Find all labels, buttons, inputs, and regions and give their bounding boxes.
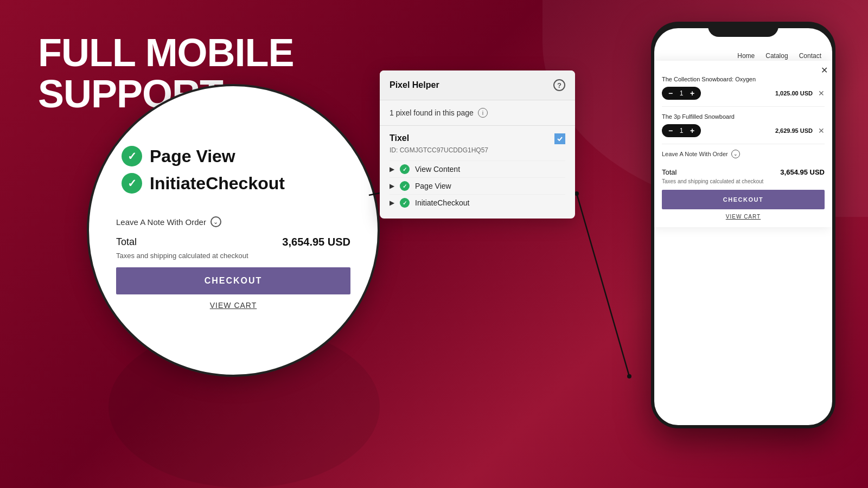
title-line1: FULL MOBILE [38, 33, 294, 74]
pixel-helper-popup: Pixel Helper ? 1 pixel found in this pag… [380, 70, 575, 219]
qty-control-1[interactable]: − 1 + [662, 87, 701, 100]
qty-plus-1[interactable]: + [688, 89, 697, 98]
cart-product-row-1: − 1 + 1,025.00 USD ✕ [662, 87, 825, 100]
phone-view-cart-link[interactable]: VIEW CART [662, 214, 825, 220]
pixel-helper-title: Pixel Helper [390, 80, 439, 90]
phone-checkout-button[interactable]: CHECKOUT [662, 190, 825, 209]
magnified-circle: Page View InitiateCheckout Leave A Note … [87, 84, 380, 377]
event-name-vc: View Content [415, 165, 460, 174]
phone-notch [708, 22, 778, 37]
phone-chevron-icon[interactable]: ⌄ [731, 150, 740, 158]
phone-total-label: Total [662, 168, 676, 176]
phone-nav-contact[interactable]: Contact [799, 52, 821, 60]
note-row-circle: Leave A Note With Order ⌄ [116, 216, 350, 227]
check-badge-pv [400, 181, 410, 191]
check-icon-pageview [122, 146, 142, 166]
view-cart-link-circle[interactable]: VIEW CART [116, 301, 350, 310]
total-label-circle: Total [116, 236, 137, 248]
event-name-ic: InitiateCheckout [415, 198, 469, 207]
phone-tax-note: Taxes and shipping calculated at checkou… [662, 178, 825, 184]
pixel-found-text: 1 pixel found in this page [390, 108, 474, 117]
svg-point-3 [627, 374, 631, 378]
phone-cart-overlay: ✕ The Collection Snowboard: Oxygen − 1 +… [654, 61, 832, 227]
note-label-circle: Leave A Note With Order [116, 217, 206, 227]
tax-note-circle: Taxes and shipping calculated at checkou… [116, 252, 350, 260]
event-item-initiatecheckout: InitiateCheckout [122, 173, 285, 194]
cart-section-circle: Leave A Note With Order ⌄ Total 3,654.95… [111, 216, 356, 310]
phone-nav-catalog[interactable]: Catalog [765, 52, 788, 60]
event-item-pageview: Page View [122, 146, 285, 166]
qty-minus-2[interactable]: − [666, 126, 675, 135]
info-icon-small[interactable]: i [478, 108, 488, 118]
tixel-id: ID: CGMJGTCC97UCDDG1HQ57 [390, 146, 565, 154]
check-icon-initiatecheckout [122, 173, 142, 194]
total-row-circle: Total 3,654.95 USD [116, 236, 350, 248]
cart-product-remove-1[interactable]: ✕ [818, 89, 825, 98]
cart-product-2: The 3p Fulfilled Snowboard − 1 + 2,629.9… [662, 107, 825, 144]
svg-point-2 [575, 191, 579, 196]
phone-total-amount: 3,654.95 USD [780, 168, 825, 176]
phone-note-row: Leave A Note With Order ⌄ [662, 144, 825, 164]
chevron-icon-circle: ⌄ [210, 216, 221, 227]
check-badge-ic [400, 198, 410, 208]
cart-product-name-1: The Collection Snowboard: Oxygen [662, 76, 825, 82]
svg-line-1 [577, 194, 629, 376]
qty-num-1: 1 [678, 89, 685, 97]
cart-product-row-2: − 1 + 2,629.95 USD ✕ [662, 124, 825, 137]
event-label-initiatecheckout: InitiateCheckout [150, 174, 285, 194]
phone-nav-home[interactable]: Home [737, 52, 755, 60]
event-row-initiatecheckout: ▶ InitiateCheckout [390, 194, 565, 211]
pixel-found-row: 1 pixel found in this page i [380, 100, 575, 126]
qty-control-2[interactable]: − 1 + [662, 124, 701, 137]
tixel-header: Tixel [390, 133, 565, 144]
phone-mockup: Home Catalog Contact ✕ The Collection Sn… [651, 22, 835, 428]
tixel-checkbox[interactable] [554, 133, 565, 144]
arrow-icon-ic: ▶ [390, 199, 394, 207]
check-badge-vc [400, 164, 410, 174]
phone-total-row: Total 3,654.95 USD [662, 164, 825, 178]
event-row-viewcontent: ▶ View Content [390, 160, 565, 177]
help-icon[interactable]: ? [553, 79, 565, 91]
cart-product-name-2: The 3p Fulfilled Snowboard [662, 113, 825, 120]
arrow-icon-pv: ▶ [390, 182, 394, 190]
tixel-section: Tixel ID: CGMJGTCC97UCDDG1HQ57 ▶ View Co… [380, 126, 575, 219]
pixel-helper-header: Pixel Helper ? [380, 70, 575, 100]
event-list: Page View InitiateCheckout [122, 146, 285, 200]
cart-product-remove-2[interactable]: ✕ [818, 126, 825, 135]
event-row-pageview: ▶ Page View [390, 177, 565, 194]
phone-cart-close-button[interactable]: ✕ [821, 65, 828, 75]
phone-note-label: Leave A Note With Order [662, 151, 728, 157]
qty-plus-2[interactable]: + [688, 126, 697, 135]
cart-product-price-2: 2,629.95 USD [775, 127, 813, 134]
event-name-pv: Page View [415, 182, 451, 190]
event-label-pageview: Page View [150, 146, 235, 166]
qty-minus-1[interactable]: − [666, 89, 675, 98]
arrow-icon-vc: ▶ [390, 165, 394, 173]
tixel-name: Tixel [390, 133, 409, 143]
checkout-button-circle[interactable]: CHECKOUT [116, 267, 350, 294]
total-amount-circle: 3,654.95 USD [282, 236, 350, 248]
qty-num-2: 1 [678, 127, 685, 134]
cart-product-1: The Collection Snowboard: Oxygen − 1 + 1… [662, 69, 825, 107]
cart-product-price-1: 1,025.00 USD [775, 90, 813, 97]
phone-screen: Home Catalog Contact ✕ The Collection Sn… [654, 28, 832, 425]
